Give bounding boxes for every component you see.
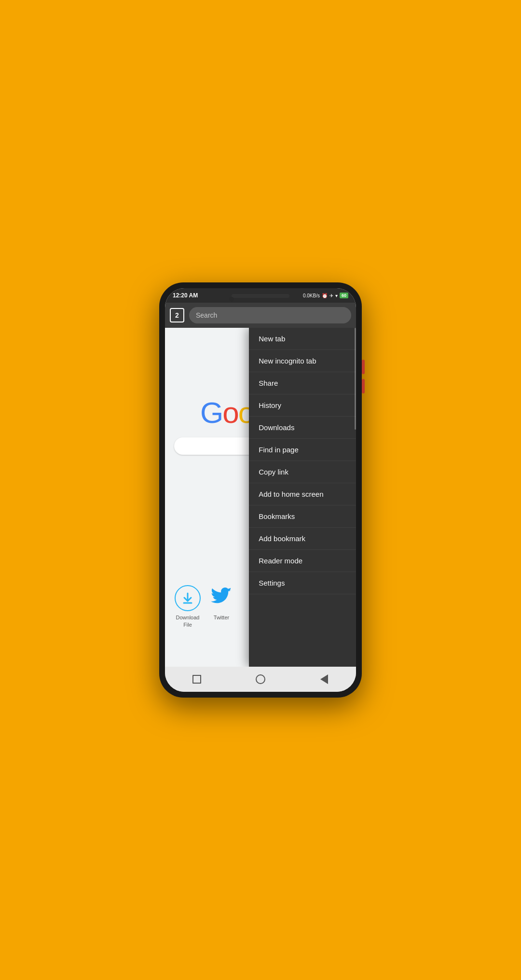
navigation-bar (165, 667, 356, 692)
download-file-label: DownloadFile (176, 614, 200, 628)
tab-count[interactable]: 2 (170, 308, 184, 322)
menu-item-new-tab[interactable]: New tab (249, 328, 356, 350)
battery-icon: 60 (340, 293, 348, 298)
browser-bar: 2 Search (165, 303, 356, 328)
phone-camera (229, 297, 234, 302)
network-speed: 0.0KB/s (303, 293, 320, 298)
status-icons: 0.0KB/s ⏰ ✈ ▾ 60 (303, 293, 348, 298)
shortcut-download-file[interactable]: DownloadFile (175, 585, 201, 628)
menu-item-downloads[interactable]: Downloads (249, 417, 356, 439)
menu-item-reader-mode[interactable]: Reader mode (249, 550, 356, 572)
menu-item-settings[interactable]: Settings (249, 572, 356, 594)
overview-circle-icon (256, 674, 265, 684)
google-text: Goo (200, 395, 254, 430)
main-content: Goo DownloadFile (165, 328, 356, 667)
back-triangle-icon (320, 674, 328, 684)
nav-home-button[interactable] (190, 672, 204, 686)
download-file-icon (175, 585, 201, 611)
alarm-icon: ⏰ (322, 293, 328, 298)
twitter-bird-svg (211, 588, 232, 609)
volume-button-bottom[interactable] (362, 379, 365, 393)
menu-item-find-in-page[interactable]: Find in page (249, 439, 356, 461)
shortcut-twitter[interactable]: Twitter (208, 585, 234, 628)
shortcuts-area: DownloadFile Twitter (165, 585, 246, 628)
phone-screen: 12:20 AM 0.0KB/s ⏰ ✈ ▾ 60 2 Search (165, 288, 356, 692)
menu-item-add-bookmark[interactable]: Add bookmark (249, 528, 356, 550)
menu-item-add-to-home-screen[interactable]: Add to home screen (249, 483, 356, 505)
google-logo: Goo (200, 395, 254, 430)
menu-item-bookmarks[interactable]: Bookmarks (249, 505, 356, 528)
volume-button-top[interactable] (362, 360, 365, 374)
menu-item-copy-link[interactable]: Copy link (249, 461, 356, 483)
home-square-icon (192, 675, 201, 684)
search-placeholder: Search (196, 311, 217, 319)
wifi-icon: ▾ (335, 293, 338, 298)
menu-item-history[interactable]: History (249, 394, 356, 417)
twitter-icon (208, 585, 234, 611)
scroll-indicator (355, 328, 356, 430)
download-icon-svg (181, 591, 194, 605)
airplane-icon: ✈ (329, 293, 333, 298)
twitter-label: Twitter (214, 614, 229, 621)
status-time: 12:20 AM (173, 292, 198, 299)
nav-overview-button[interactable] (254, 672, 267, 686)
phone-notch (232, 294, 289, 298)
dropdown-menu: New tab New incognito tab Share History … (249, 328, 356, 667)
logo-g: G (200, 396, 222, 429)
search-bar[interactable]: Search (189, 307, 351, 323)
menu-item-share[interactable]: Share (249, 372, 356, 394)
nav-back-button[interactable] (317, 672, 331, 686)
phone-frame: 12:20 AM 0.0KB/s ⏰ ✈ ▾ 60 2 Search (159, 282, 362, 698)
menu-item-new-incognito-tab[interactable]: New incognito tab (249, 350, 356, 372)
logo-o1: o (222, 396, 238, 429)
